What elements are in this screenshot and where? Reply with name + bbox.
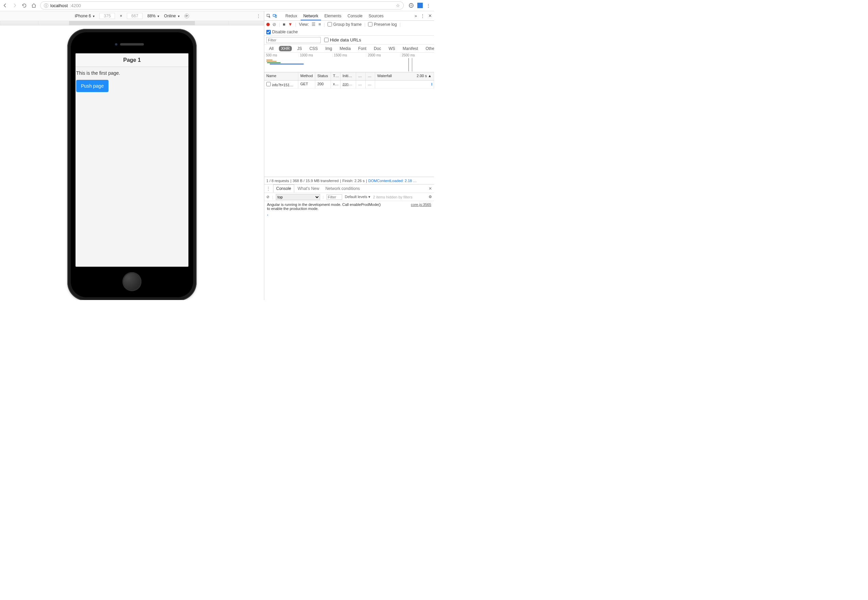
inspect-element-icon[interactable] bbox=[266, 14, 272, 18]
tab-console[interactable]: Console bbox=[345, 12, 365, 20]
record-icon[interactable] bbox=[266, 23, 270, 26]
console-levels-select[interactable]: Default levels ▾ bbox=[345, 195, 370, 199]
forward-button[interactable] bbox=[12, 2, 18, 9]
device-menu-icon[interactable]: ⋮ bbox=[257, 14, 260, 18]
devtools-panel: Redux Network Elements Console Sources »… bbox=[264, 11, 434, 300]
bookmark-star-icon[interactable]: ☆ bbox=[396, 3, 400, 8]
devtools-tabbar: Redux Network Elements Console Sources »… bbox=[264, 11, 434, 21]
drawer-tab-whatsnew[interactable]: What's New bbox=[295, 185, 322, 192]
filter-icon[interactable]: ▼ bbox=[288, 22, 292, 27]
device-height-input[interactable]: 667 bbox=[127, 13, 143, 19]
redux-devtools-extension-icon[interactable] bbox=[409, 3, 414, 8]
url-port: :4200 bbox=[70, 3, 81, 8]
type-img[interactable]: Img bbox=[323, 46, 334, 51]
view-label: View: bbox=[299, 22, 309, 27]
network-timeline[interactable]: 500 ms 1000 ms 1500 ms 2000 ms 2500 ms bbox=[264, 53, 434, 72]
type-ws[interactable]: WS bbox=[386, 46, 397, 51]
app-title: Page 1 bbox=[76, 53, 188, 67]
col-status[interactable]: Status bbox=[315, 72, 331, 80]
col-initiator[interactable]: Initia… bbox=[341, 72, 356, 80]
phone-speaker-icon bbox=[120, 43, 144, 45]
app-body-text: This is the first page. bbox=[76, 70, 188, 76]
type-font[interactable]: Font bbox=[356, 46, 368, 51]
phone-camera-icon bbox=[115, 43, 117, 45]
more-tabs-icon[interactable]: » bbox=[415, 13, 417, 18]
tab-elements[interactable]: Elements bbox=[322, 12, 344, 20]
network-filter-input[interactable] bbox=[266, 37, 321, 43]
type-other[interactable]: Other bbox=[423, 46, 434, 51]
phone-frame: Page 1 This is the first page. Push page bbox=[67, 29, 197, 300]
viewport-pane: iPhone 6 375 × 667 88% Online ⟳ ⋮ Page 1… bbox=[0, 11, 264, 300]
devtools-menu-icon[interactable]: ⋮ bbox=[420, 13, 425, 18]
large-rows-icon[interactable]: ☰ bbox=[312, 22, 316, 27]
console-body[interactable]: Angular is running in the development mo… bbox=[264, 201, 434, 300]
type-js[interactable]: JS bbox=[295, 46, 304, 51]
tab-redux[interactable]: Redux bbox=[283, 12, 300, 20]
network-table-header: Name Method Status T… Initia… … … Waterf… bbox=[264, 72, 434, 80]
reload-button[interactable] bbox=[21, 2, 27, 9]
tab-sources[interactable]: Sources bbox=[366, 12, 386, 20]
drawer-tab-netcond[interactable]: Network conditions bbox=[323, 185, 363, 192]
console-message: Angular is running in the development mo… bbox=[267, 203, 383, 211]
type-media[interactable]: Media bbox=[337, 46, 353, 51]
type-css[interactable]: CSS bbox=[307, 46, 320, 51]
col-waterfall[interactable]: Waterfall 2.00 s ▲ bbox=[375, 72, 434, 80]
table-row[interactable]: info?t=151… GET 200 xhr zone… … … bbox=[264, 80, 434, 89]
col-time[interactable]: … bbox=[366, 72, 375, 80]
device-select[interactable]: iPhone 6 bbox=[75, 14, 94, 18]
chrome-menu-icon[interactable]: ⋮ bbox=[426, 3, 430, 8]
group-by-frame-checkbox[interactable]: Group by frame bbox=[328, 22, 362, 27]
throttle-select[interactable]: Online bbox=[164, 14, 179, 18]
dimension-separator: × bbox=[120, 14, 122, 18]
col-size[interactable]: … bbox=[356, 72, 366, 80]
device-toolbar: iPhone 6 375 × 667 88% Online ⟳ ⋮ bbox=[0, 11, 264, 21]
console-clear-icon[interactable]: ⊘ bbox=[266, 195, 269, 199]
type-xhr[interactable]: XHR bbox=[279, 46, 292, 51]
browser-chrome-bar: i localhost:4200 ☆ ⋮ bbox=[0, 0, 434, 11]
drawer-tabbar: ⋮ Console What's New Network conditions … bbox=[264, 184, 434, 193]
hide-data-urls-checkbox[interactable]: Hide data URLs bbox=[324, 37, 361, 42]
app-screen: Page 1 This is the first page. Push page bbox=[76, 53, 188, 267]
extension-icon[interactable] bbox=[417, 3, 423, 8]
type-all[interactable]: All bbox=[267, 46, 275, 51]
col-method[interactable]: Method bbox=[298, 72, 315, 80]
device-ruler bbox=[0, 21, 264, 26]
drawer-tab-console[interactable]: Console bbox=[273, 185, 294, 192]
site-info-icon[interactable]: i bbox=[44, 3, 48, 8]
phone-home-button[interactable] bbox=[122, 272, 141, 291]
row-checkbox[interactable] bbox=[266, 82, 271, 86]
col-name[interactable]: Name bbox=[264, 72, 298, 80]
waterfall-view-icon[interactable]: ≡ bbox=[318, 22, 321, 27]
network-summary: 1 / 8 requests| 368 B / 15.9 MB transfer… bbox=[264, 177, 434, 184]
type-doc[interactable]: Doc bbox=[372, 46, 383, 51]
home-button[interactable] bbox=[30, 2, 37, 9]
clear-icon[interactable]: ⊘ bbox=[272, 22, 276, 27]
col-type[interactable]: T… bbox=[331, 72, 341, 80]
back-button[interactable] bbox=[2, 2, 8, 9]
drawer-close-icon[interactable]: ✕ bbox=[429, 186, 432, 191]
zoom-select[interactable]: 88% bbox=[147, 14, 159, 18]
console-hidden-label: 2 items hidden by filters bbox=[373, 195, 413, 199]
url-host: localhost bbox=[50, 3, 68, 8]
drawer-menu-icon[interactable]: ⋮ bbox=[266, 186, 272, 191]
push-page-button[interactable]: Push page bbox=[76, 80, 108, 92]
device-width-input[interactable]: 375 bbox=[99, 13, 115, 19]
rotate-icon[interactable]: ⟳ bbox=[184, 14, 189, 18]
preserve-log-checkbox[interactable]: Preserve log bbox=[368, 22, 397, 27]
console-prompt-icon[interactable]: › bbox=[267, 213, 431, 217]
network-table-body: info?t=151… GET 200 xhr zone… … … bbox=[264, 80, 434, 177]
toggle-device-icon[interactable] bbox=[272, 14, 278, 18]
console-filter-input[interactable] bbox=[327, 194, 342, 200]
tab-network[interactable]: Network bbox=[301, 12, 321, 20]
devtools-close-icon[interactable]: ✕ bbox=[428, 13, 432, 18]
network-toolbar: ⊘ | ■ ▼ | View: ☰ ≡ | Group by frame | P… bbox=[264, 21, 434, 36]
console-settings-icon[interactable]: ⚙ bbox=[429, 195, 432, 199]
address-bar[interactable]: i localhost:4200 ☆ bbox=[40, 2, 404, 9]
screenshot-icon[interactable]: ■ bbox=[283, 22, 285, 27]
console-context-select[interactable]: top bbox=[276, 194, 320, 200]
console-toolbar: ⊘ | top | Default levels ▾ 2 items hidde… bbox=[264, 193, 434, 201]
disable-cache-checkbox[interactable]: Disable cache bbox=[266, 30, 298, 34]
console-source-link[interactable]: core.js:3565 bbox=[411, 203, 431, 211]
network-type-filter: All XHR JS CSS Img Media Font Doc WS Man… bbox=[264, 44, 434, 53]
type-manifest[interactable]: Manifest bbox=[401, 46, 420, 51]
